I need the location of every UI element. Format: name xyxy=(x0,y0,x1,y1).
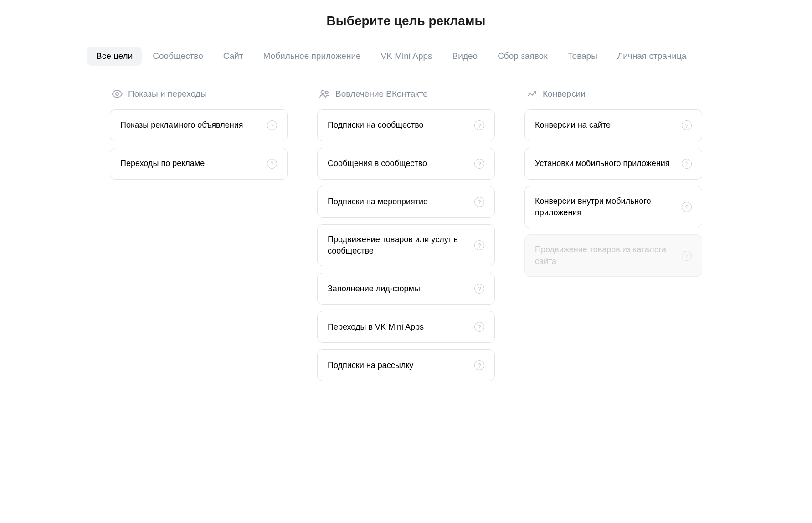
tab-all-goals[interactable]: Все цели xyxy=(87,47,142,66)
tab-vk-mini-apps[interactable]: VK Mini Apps xyxy=(372,47,442,66)
columns-container: Показы и переходы Показы рекламного объя… xyxy=(87,88,725,388)
card-label: Заполнение лид-формы xyxy=(328,283,426,295)
tab-lead-collection[interactable]: Сбор заявок xyxy=(488,47,556,66)
svg-point-2 xyxy=(325,91,328,94)
card-label: Переходы по рекламе xyxy=(120,158,210,169)
tab-mobile-app[interactable]: Мобильное приложение xyxy=(254,47,370,66)
card-vk-mini-apps-clicks[interactable]: Переходы в VK Mini Apps ? xyxy=(317,311,495,343)
card-in-app-conversions[interactable]: Конверсии внутри мобильного приложения ? xyxy=(524,186,702,228)
help-icon[interactable]: ? xyxy=(682,120,692,130)
help-icon[interactable]: ? xyxy=(474,159,484,169)
card-community-messages[interactable]: Сообщения в сообщество ? xyxy=(317,148,495,180)
users-icon xyxy=(319,88,330,99)
page-title: Выберите цель рекламы xyxy=(87,14,725,28)
tab-site[interactable]: Сайт xyxy=(214,47,252,66)
help-icon[interactable]: ? xyxy=(474,360,484,370)
column-engagement: Вовлечение ВКонтакте Подписки на сообщес… xyxy=(317,88,495,388)
help-icon[interactable]: ? xyxy=(474,284,484,294)
column-title-conversions: Конверсии xyxy=(543,89,586,99)
help-icon[interactable]: ? xyxy=(474,120,484,130)
help-icon[interactable]: ? xyxy=(474,197,484,207)
column-header-engagement: Вовлечение ВКонтакте xyxy=(317,88,495,99)
help-icon[interactable]: ? xyxy=(682,159,692,169)
column-header-impressions: Показы и переходы xyxy=(110,88,288,99)
help-icon: ? xyxy=(682,251,692,261)
svg-point-0 xyxy=(116,93,118,95)
card-label: Переходы в VK Mini Apps xyxy=(328,321,429,333)
card-ad-impressions[interactable]: Показы рекламного объявления ? xyxy=(110,109,288,141)
card-site-conversions[interactable]: Конверсии на сайте ? xyxy=(524,109,702,141)
main-container: Выберите цель рекламы Все цели Сообществ… xyxy=(87,14,725,388)
column-impressions: Показы и переходы Показы рекламного объя… xyxy=(110,88,288,388)
card-label: Показы рекламного объявления xyxy=(120,119,248,131)
card-label: Сообщения в сообщество xyxy=(328,158,432,169)
eye-icon xyxy=(112,88,123,99)
column-header-conversions: Конверсии xyxy=(524,88,702,99)
help-icon[interactable]: ? xyxy=(267,159,277,169)
column-title-impressions: Показы и переходы xyxy=(128,89,207,99)
card-products-promotion[interactable]: Продвижение товаров или услуг в сообщест… xyxy=(317,224,495,266)
card-label: Продвижение товаров из каталога сайта xyxy=(535,244,682,267)
svg-point-1 xyxy=(321,91,324,94)
tab-video[interactable]: Видео xyxy=(443,47,487,66)
help-icon[interactable]: ? xyxy=(267,120,277,130)
card-lead-form[interactable]: Заполнение лид-формы ? xyxy=(317,273,495,305)
card-label: Конверсии на сайте xyxy=(535,119,616,131)
card-label: Подписки на мероприятие xyxy=(328,196,433,207)
card-catalog-products-promotion: Продвижение товаров из каталога сайта ? xyxy=(524,234,702,276)
help-icon[interactable]: ? xyxy=(474,240,484,250)
card-newsletter-subscriptions[interactable]: Подписки на рассылку ? xyxy=(317,349,495,381)
column-title-engagement: Вовлечение ВКонтакте xyxy=(335,89,428,99)
tab-personal-page[interactable]: Личная страница xyxy=(608,47,696,66)
card-event-subscriptions[interactable]: Подписки на мероприятие ? xyxy=(317,186,495,218)
card-label: Подписки на сообщество xyxy=(328,119,429,131)
trend-icon xyxy=(526,88,537,99)
help-icon[interactable]: ? xyxy=(682,202,692,212)
card-community-subscriptions[interactable]: Подписки на сообщество ? xyxy=(317,109,495,141)
column-conversions: Конверсии Конверсии на сайте ? Установки… xyxy=(524,88,702,388)
card-ad-clicks[interactable]: Переходы по рекламе ? xyxy=(110,148,288,180)
card-label: Установки мобильного приложения xyxy=(535,158,675,169)
card-mobile-app-installs[interactable]: Установки мобильного приложения ? xyxy=(524,148,702,180)
help-icon[interactable]: ? xyxy=(474,322,484,332)
tab-products[interactable]: Товары xyxy=(558,47,606,66)
tab-community[interactable]: Сообщество xyxy=(144,47,212,66)
card-label: Продвижение товаров или услуг в сообщест… xyxy=(328,234,474,257)
card-label: Подписки на рассылку xyxy=(328,360,419,371)
tabs-container: Все цели Сообщество Сайт Мобильное прило… xyxy=(87,47,725,66)
card-label: Конверсии внутри мобильного приложения xyxy=(535,196,682,218)
